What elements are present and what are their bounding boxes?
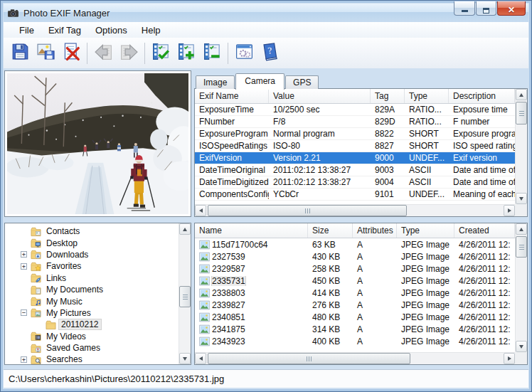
file-vertical-scrollbar[interactable] [515,223,527,352]
menu-item-help[interactable]: Help [134,23,168,37]
toolbar-save-image-button[interactable] [33,41,58,66]
toolbar-apply-tags-button[interactable] [148,41,174,66]
tree-item-my-videos[interactable]: My Videos [5,331,191,342]
toolbar-add-tag-button[interactable] [174,41,199,66]
exif-horizontal-scrollbar[interactable] [195,204,515,216]
tree-item-saved-games[interactable]: Saved Games [5,342,191,354]
minimize-button[interactable] [454,1,475,16]
toolbar-delete-exif-button[interactable] [58,41,84,66]
scroll-right-button[interactable] [504,353,515,364]
column-header-value[interactable]: Value [269,89,371,103]
file-cell: JPEG Image [397,324,454,334]
expand-icon[interactable]: + [21,251,27,258]
exif-row-datetimedigitized[interactable]: DateTimeDigitized2011:02:12 13:38:279004… [195,176,527,189]
exif-cell: 829D [371,117,405,127]
toolbar-remove-tag-button[interactable] [199,41,225,66]
scroll-thumb[interactable] [516,236,527,258]
scroll-thumb[interactable] [179,286,191,307]
tree-vertical-scrollbar[interactable] [179,223,191,364]
exif-row-exifversion[interactable]: ExifVersionVersion 2.219000UNDEF...Exif … [195,152,527,164]
arrow-right-icon [119,41,139,65]
exif-row-isospeedratings[interactable]: ISOSpeedRatingsISO-808827SHORTISO speed … [195,140,527,152]
toolbar-save-button[interactable] [7,41,33,66]
tag-check-icon [151,41,171,65]
file-name: 2329587 [212,264,245,274]
column-header-type[interactable]: Type [405,89,449,103]
file-cell: A [353,300,397,310]
menu-item-exif-tag[interactable]: Exif Tag [41,23,88,37]
title-bar[interactable]: Photo EXIF Manager ✕ [4,4,528,22]
file-row-115d71700c64[interactable]: 115d71700c6463 KBAJPEG Image4/26/2011 12… [195,238,527,250]
file-row-2329587[interactable]: 2329587258 KBAJPEG Image4/26/2011 12: [195,263,527,275]
tree-item-label: Favorites [44,261,83,271]
exif-row-exposureprogram[interactable]: ExposureProgramNormal program8822SHORTEx… [195,128,527,140]
file-row-2339827[interactable]: 2339827276 KBAJPEG Image4/26/2011 12: [195,299,527,311]
tab-image[interactable]: Image [196,75,235,89]
toolbar-previous-button[interactable] [90,41,116,66]
close-button[interactable]: ✕ [497,1,526,16]
scroll-thumb[interactable] [208,205,407,216]
scroll-left-button[interactable] [195,205,206,216]
restore-button[interactable] [476,1,496,16]
column-header-attributes[interactable]: Attributes [353,223,397,238]
tab-camera[interactable]: Camera [235,73,284,90]
tree-item-my-music[interactable]: My Music [5,295,191,307]
tab-gps[interactable]: GPS [285,75,319,89]
scroll-down-button[interactable] [516,341,527,352]
exif-row-exposuretime[interactable]: ExposureTime10/2500 sec829ARATIO...Expos… [195,104,527,116]
exif-cell: SHORT [405,129,449,139]
exif-tab-strip: ImageCameraGPS [196,73,319,89]
column-header-exif-name[interactable]: Exif Name [195,89,269,103]
file-horizontal-scrollbar[interactable] [195,352,515,364]
scroll-down-button[interactable] [516,193,527,204]
grip-icon [183,295,188,300]
tree-item-20110212[interactable]: 20110212 [5,319,191,330]
exif-row-componentsconfig[interactable]: ComponentsConfig...YCbCr9101UNDEF...Mean… [195,189,527,201]
exif-row-fnumber[interactable]: FNumberF/8829DRATIO...F number [195,116,527,128]
tree-item-my-pictures[interactable]: −My Pictures [5,307,191,319]
file-row-2341875[interactable]: 2341875314 KBAJPEG Image4/26/2011 12: [195,323,527,335]
column-header-description[interactable]: Description [449,89,515,103]
tree-item-my-documents[interactable]: My Documents [5,284,191,295]
scroll-up-button[interactable] [516,223,527,235]
column-header-name[interactable]: Name [195,223,308,238]
toolbar-separator [144,43,145,64]
jpeg-image-icon [199,312,210,322]
menu-item-file[interactable]: File [12,23,41,37]
expand-icon[interactable]: + [21,263,27,270]
toolbar-options-button[interactable] [231,41,257,66]
scroll-down-button[interactable] [179,353,191,364]
column-header-created[interactable]: Created [454,223,515,238]
file-row-2338803[interactable]: 2338803414 KBAJPEG Image4/26/2011 12: [195,287,527,299]
tree-item-searches[interactable]: +Searches [5,354,191,365]
tree-item-downloads[interactable]: +Downloads [5,249,191,260]
scroll-thumb[interactable] [208,353,410,364]
column-header-size[interactable]: Size [308,223,353,238]
column-header-tag[interactable]: Tag [371,89,405,103]
scroll-left-button[interactable] [195,353,206,364]
expand-icon[interactable]: + [21,356,27,363]
scroll-right-button[interactable] [504,205,515,216]
grip-icon [307,356,312,361]
scroll-up-button[interactable] [179,223,191,235]
file-cell: 2335731 [195,276,308,286]
toolbar-next-button[interactable] [116,41,142,66]
file-row-2343923[interactable]: 2343923400 KBAJPEG Image4/26/2011 12: [195,335,527,347]
tree-item-contacts[interactable]: Contacts [5,226,191,237]
file-row-2335731[interactable]: 2335731450 KBAJPEG Image4/26/2011 12: [195,275,527,287]
exif-vertical-scrollbar[interactable] [515,89,527,204]
toolbar-help-button[interactable]: ? [257,41,282,66]
tree-item-favorites[interactable]: +Favorites [5,260,191,272]
exif-row-datetimeoriginal[interactable]: DateTimeOriginal2011:02:12 13:38:279003A… [195,164,527,176]
file-row-2327539[interactable]: 2327539430 KBAJPEG Image4/26/2011 12: [195,250,527,263]
menu-item-options[interactable]: Options [88,23,134,37]
tree-item-desktop[interactable]: Desktop [5,237,191,248]
collapse-icon[interactable]: − [21,309,27,316]
scroll-up-button[interactable] [516,89,527,100]
exif-cell: RATIO... [405,105,449,115]
file-row-2340851[interactable]: 2340851480 KBAJPEG Image4/26/2011 12: [195,311,527,323]
tree-item-links[interactable]: Links [5,272,191,284]
tree-item-label: 20110212 [59,319,101,329]
scroll-thumb[interactable] [516,102,527,125]
column-header-type[interactable]: Type [397,223,454,238]
